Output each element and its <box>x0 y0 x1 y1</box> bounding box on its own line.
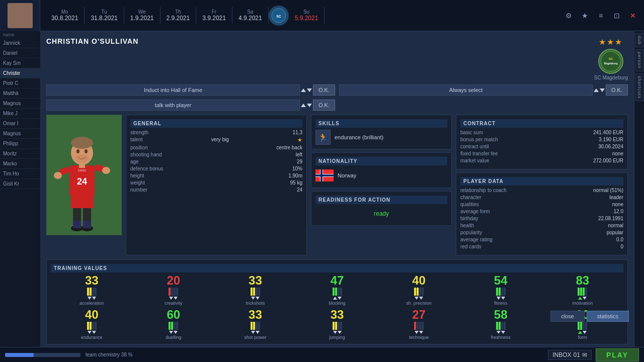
list-item-4[interactable]: Piotr C <box>0 78 40 88</box>
menu-icon[interactable]: ≡ <box>595 10 607 22</box>
training-freshness: 58 freshness <box>460 309 542 340</box>
club-name: SC Magdeburg <box>594 75 628 80</box>
stat-label-height: height <box>130 173 144 178</box>
stat-talent: talent very big ★ <box>130 137 302 143</box>
inbox-label: INBOX <box>552 351 571 358</box>
svg-point-22 <box>75 154 89 162</box>
training-label-blocking: blocking <box>329 301 346 306</box>
training-creativity: 20 creativity <box>133 275 215 306</box>
general-title: GENERAL <box>130 119 302 128</box>
gear-icon[interactable]: ⚙ <box>562 10 575 22</box>
list-item-7[interactable]: Mike J <box>0 109 40 119</box>
list-item-1[interactable]: Daniel <box>0 48 40 58</box>
list-item-11[interactable]: Moritz <box>0 149 40 159</box>
list-item-14[interactable]: Gisli Kr <box>0 179 40 189</box>
side-tab-person[interactable]: person <box>635 49 643 71</box>
panel-header: CHRISTIAN O'SULLIVAN ★★★ SC Magdeburg SC… <box>46 37 628 80</box>
pd-avgform: average form 12.0 <box>460 209 623 214</box>
always-select-down-arrow[interactable] <box>600 88 605 92</box>
cal-day-2[interactable]: We 1.9.2021 <box>124 7 160 24</box>
cal-date-0: 30.8.2021 <box>51 15 78 22</box>
list-item-3[interactable]: Christie <box>0 68 40 78</box>
cal-day-4[interactable]: Fr 3.9.2021 <box>196 7 232 24</box>
cal-day-1[interactable]: Tu 31.8.2021 <box>85 7 124 24</box>
contract-value-bonus: 3.190 EUR <box>599 137 623 142</box>
stat-number: number 24 <box>130 187 302 193</box>
cal-day-0[interactable]: Mo 30.8.2021 <box>45 7 85 24</box>
cal-date-5: 4.9.2021 <box>238 15 262 22</box>
training-motivation: 83 motivation <box>541 275 623 306</box>
talk-button[interactable]: talk with player <box>46 100 300 111</box>
middle-col: SKILLS 🏃 endurance (brilliant) NATIONALI… <box>311 115 452 255</box>
player-name: CHRISTIAN O'SULLIVAN <box>46 37 138 45</box>
empty-action-area <box>339 100 628 111</box>
pd-label-qualities: qualities <box>460 202 479 207</box>
stat-value-strength: 11,3 <box>293 130 302 135</box>
readiness-title: READINESS FOR ACTION <box>315 196 447 204</box>
list-item-5[interactable]: Matthä <box>0 88 40 99</box>
playerdata-title: PLAYER DATA <box>460 177 623 186</box>
list-item-9[interactable]: Magnus <box>0 129 40 139</box>
star-icon[interactable]: ★ <box>579 10 591 22</box>
list-item-6[interactable]: Magnus <box>0 99 40 109</box>
training-value-shotpower: 33 <box>249 309 262 321</box>
stat-label-age: age <box>130 159 139 164</box>
pd-value-birthday: 22.08.1991 <box>598 216 623 221</box>
right-sidebar: dub person shortcuts <box>634 31 644 347</box>
window-icon[interactable]: ⊡ <box>611 10 623 22</box>
induct-up-arrow[interactable] <box>301 88 306 92</box>
always-select-group: Always select O.K. <box>339 84 628 96</box>
close-button[interactable]: close <box>550 311 585 322</box>
training-shotpower: 33 shot power <box>214 309 296 340</box>
cal-day-name-6: Su <box>303 9 309 15</box>
training-label-trickshots: trickshots <box>246 301 265 306</box>
nationality-row: Norway <box>315 167 447 184</box>
side-tab-shortcuts[interactable]: shortcuts <box>635 73 643 102</box>
cal-day-3[interactable]: Th 2.9.2021 <box>160 7 197 24</box>
side-tab-dub[interactable]: dub <box>635 33 643 47</box>
training-label-shotpower: shot power <box>244 335 266 340</box>
skills-section: SKILLS 🏃 endurance (brilliant) <box>311 115 452 149</box>
list-item-12[interactable]: Marko <box>0 159 40 169</box>
stat-label-weight: weight <box>130 180 145 186</box>
list-item-10[interactable]: Philipp <box>0 139 40 149</box>
training-value-freshness: 58 <box>494 309 508 321</box>
list-item-8[interactable]: Omar I <box>0 119 40 129</box>
talk-up-arrow[interactable] <box>301 104 306 107</box>
training-label-form: form <box>578 335 587 340</box>
list-item-2[interactable]: Kay Sm <box>0 58 40 68</box>
training-label-jumping: jumping <box>329 335 345 340</box>
statistics-button[interactable]: statistics <box>587 311 629 322</box>
svg-rect-23 <box>73 221 81 228</box>
list-item-0[interactable]: Jannick <box>0 38 40 48</box>
cal-day-6[interactable]: Su 5.9.2021 <box>289 7 325 24</box>
svg-point-21 <box>85 149 88 153</box>
talk-down-arrow[interactable] <box>307 104 312 107</box>
team-badge-calendar[interactable]: SC <box>269 6 289 26</box>
player-list: name Jannick Daniel Kay Sm Christie Piot… <box>0 31 40 347</box>
stat-label-number: number <box>130 187 147 193</box>
contract-value-until: 30.06.2024 <box>598 144 623 149</box>
induct-ok-button[interactable]: O.K. <box>313 84 335 96</box>
always-select-button[interactable]: Always select <box>339 84 593 96</box>
induct-button[interactable]: Induct into Hall of Fame <box>46 84 300 96</box>
action-row: Induct into Hall of Fame O.K. Always sel… <box>46 84 628 96</box>
list-item-13[interactable]: Tim Ho <box>0 169 40 179</box>
training-row2: 40 endurance 60 <box>51 309 623 340</box>
always-select-up-arrow[interactable] <box>594 88 599 92</box>
player-image-area: 24 <box>46 115 122 255</box>
training-endurance: 40 endurance <box>51 309 133 340</box>
main-area: name Jannick Daniel Kay Sm Christie Piot… <box>0 31 644 347</box>
contract-bonus: bonus per match 3.190 EUR <box>460 137 623 142</box>
always-select-ok-button[interactable]: O.K. <box>606 84 628 96</box>
close-icon[interactable]: ✕ <box>627 10 639 22</box>
contract-label-bonus: bonus per match <box>460 137 498 142</box>
pd-redcards: red cards 0 <box>460 244 623 249</box>
talk-ok-button[interactable]: O.K. <box>313 100 335 111</box>
play-button[interactable]: PLAY <box>596 348 639 361</box>
top-bar-icons: ⚙ ★ ≡ ⊡ ✕ <box>557 10 644 22</box>
svg-text:CATEC: CATEC <box>78 169 87 172</box>
induct-down-arrow[interactable] <box>307 88 312 92</box>
cal-day-5[interactable]: Sa 4.9.2021 <box>232 7 269 24</box>
inbox-area[interactable]: INBOX 01 ✉ <box>548 350 592 360</box>
